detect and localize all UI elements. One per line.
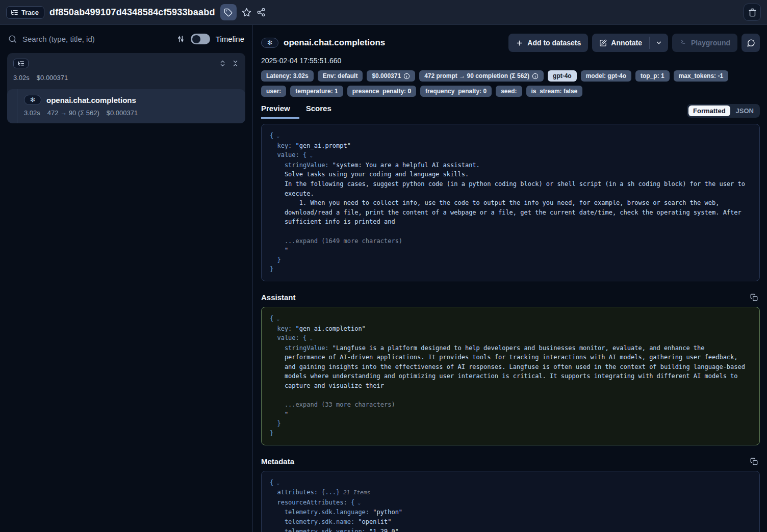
param-badge-label: temperature: 1 [295, 88, 338, 95]
code-line: telemetry.sdk.version: "1.29.0" [270, 527, 751, 532]
badge-row-1: Latency: 3.02sEnv: default$0.000371472 p… [261, 70, 760, 82]
trash-icon [748, 8, 757, 17]
code-line: } [270, 264, 751, 274]
timeline-label: Timeline [216, 35, 244, 43]
code-line: download/read a file, print the content … [270, 208, 751, 218]
param-badge: user: [261, 86, 286, 97]
star-button[interactable] [242, 8, 251, 17]
param-badge-label: max_tokens: -1 [679, 72, 723, 79]
code-line: execute. [270, 189, 751, 199]
code-line: " [270, 410, 751, 419]
collapse-all-icon[interactable] [232, 60, 239, 67]
openai-icon: ✻ [261, 38, 278, 48]
code-line: { ⌄ [270, 478, 751, 488]
code-line: capture and visualize their [270, 381, 751, 391]
timeline-toggle[interactable] [191, 34, 210, 44]
param-badge-label: presence_penalty: 0 [352, 88, 411, 95]
annotate-label: Annotate [611, 39, 642, 47]
code-line [270, 227, 751, 236]
terminal-icon [679, 39, 687, 47]
annotate-dropdown-button[interactable] [650, 34, 668, 52]
param-badge: temperature: 1 [290, 86, 343, 97]
code-line: ...expand (1649 more characters) [270, 236, 751, 246]
code-line: ...expand (33 more characters) [270, 400, 751, 410]
param-badge: Env: default [318, 70, 363, 82]
code-line: performance of AI-driven applications. I… [270, 353, 751, 362]
trace-badge-label: Trace [21, 9, 39, 16]
code-line: models where understanding and optimizin… [270, 371, 751, 381]
trace-duration: 3.02s [13, 74, 30, 82]
param-badge-label: seed: [501, 88, 517, 95]
code-line: } [270, 419, 751, 429]
param-badge: max_tokens: -1 [674, 70, 728, 82]
comments-button[interactable] [742, 34, 760, 52]
code-line: stringValue: "Langfuse is a platform des… [270, 343, 751, 353]
param-badge: is_stream: false [526, 86, 583, 97]
code-line: telemetry.sdk.language: "python" [270, 508, 751, 517]
tag-button[interactable] [220, 4, 237, 20]
tab-scores[interactable]: Scores [306, 104, 331, 117]
chevron-down-icon [655, 39, 662, 46]
pencil-square-icon [599, 39, 607, 47]
metadata-code-block[interactable]: { ⌄ attributes: {...} 21 Items resourceA… [261, 471, 760, 532]
format-toggle-formatted[interactable]: Formatted [688, 105, 730, 116]
annotate-button[interactable]: Annotate [592, 34, 649, 52]
param-badge: gpt-4o [548, 70, 577, 82]
filter-sliders-icon[interactable] [176, 35, 185, 43]
param-badge-label: is_stream: false [531, 88, 578, 95]
code-line: In the following cases, suggest python c… [270, 179, 751, 189]
observation-tokens: 472 → 90 (Σ 562) [47, 109, 99, 117]
playground-button[interactable]: Playground [672, 34, 737, 52]
trace-id: df850ab499107d4348584cf5933baabd [49, 7, 215, 18]
code-line: 1. When you need to collect info, use th… [270, 198, 751, 208]
param-badge-label: gpt-4o [553, 72, 572, 79]
prompt-code-block[interactable]: { ⌄ key: "gen_ai.prompt" value: { ⌄ stri… [261, 124, 760, 281]
tab-preview[interactable]: Preview [261, 104, 299, 119]
code-line: key: "gen_ai.prompt" [270, 141, 751, 151]
annotate-button-group: Annotate [592, 34, 668, 52]
delete-trace-button[interactable] [744, 4, 761, 21]
observation-cost: $0.000371 [107, 109, 138, 117]
info-icon [403, 73, 410, 79]
page-title: openai.chat.completions [284, 38, 385, 48]
observation-name: openai.chat.completions [46, 96, 136, 104]
completion-code-block[interactable]: { ⌄ key: "gen_ai.completion" value: { ⌄ … [261, 307, 760, 445]
assistant-section-title: Assistant [261, 293, 296, 302]
code-line: Solve tasks using your coding and langua… [270, 170, 751, 179]
badge-row-2: user:temperature: 1presence_penalty: 0fr… [261, 86, 760, 97]
openai-icon: ✻ [24, 95, 41, 105]
trace-type-badge: Trace [6, 6, 44, 19]
code-line: stringValue: "system: You are a helpful … [270, 161, 751, 170]
code-line: key: "gen_ai.completion" [270, 324, 751, 334]
search-input[interactable] [22, 35, 171, 43]
code-line: { ⌄ [270, 314, 751, 324]
trace-summary-row[interactable]: 3.02s $0.000371 [7, 53, 245, 88]
tabs: Preview Scores Formatted JSON [261, 104, 760, 119]
metadata-section-title: Metadata [261, 457, 294, 466]
code-line: telemetry.sdk.name: "openlit" [270, 517, 751, 527]
toggle-knob [192, 35, 200, 43]
code-line: value: { ⌄ [270, 150, 751, 161]
search-icon [8, 35, 17, 43]
info-icon [532, 73, 539, 79]
share-button[interactable] [257, 8, 266, 17]
add-to-datasets-button[interactable]: Add to datasets [508, 34, 588, 52]
param-badge: frequency_penalty: 0 [420, 86, 492, 97]
observation-duration: 3.02s [24, 109, 40, 117]
trace-tree-badge [13, 59, 29, 68]
param-badge-label: model: gpt-4o [586, 72, 626, 79]
copy-metadata-button[interactable] [750, 458, 758, 465]
expand-all-icon[interactable] [219, 60, 226, 67]
observation-row[interactable]: ✻ openai.chat.completions 3.02s 472 → 90… [7, 89, 245, 123]
tag-icon [224, 8, 233, 17]
param-badge: seed: [496, 86, 522, 97]
param-badge-label: $0.000371 [372, 72, 401, 79]
param-badge: top_p: 1 [635, 70, 670, 82]
observation-timestamp: 2025-02-04 17:55:51.660 [261, 57, 760, 65]
plus-icon [516, 39, 523, 47]
format-toggle-json[interactable]: JSON [731, 105, 758, 116]
code-line: resourceAttributes: { ⌄ [270, 498, 751, 508]
param-badge: $0.000371 [367, 70, 415, 82]
param-badge-label: frequency_penalty: 0 [425, 88, 487, 95]
copy-assistant-button[interactable] [750, 294, 758, 301]
